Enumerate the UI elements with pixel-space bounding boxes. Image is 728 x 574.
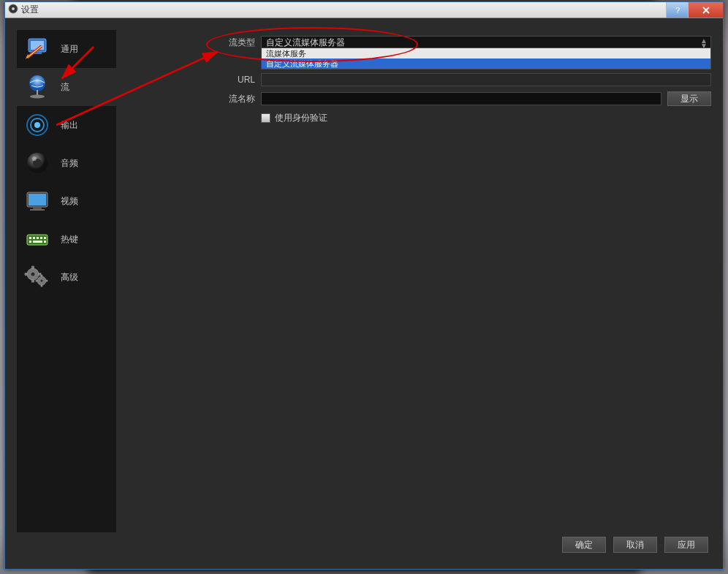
svg-rect-36 [39, 273, 41, 276]
dropdown-option-selected[interactable]: 自定义流媒体服务器 [262, 58, 710, 69]
window-title: 设置 [21, 4, 39, 16]
titlebar: 设置 ? [5, 2, 723, 18]
stream-icon [21, 71, 53, 103]
settings-window: 设置 ? [4, 1, 724, 570]
sidebar-item-stream[interactable]: 流 [17, 68, 116, 106]
use-auth-label: 使用身份验证 [275, 112, 327, 124]
help-button[interactable]: ? [666, 2, 688, 18]
svg-point-15 [32, 156, 37, 161]
general-icon [21, 33, 53, 65]
show-button[interactable]: 显示 [667, 91, 711, 106]
svg-rect-18 [33, 207, 42, 209]
svg-point-32 [40, 279, 43, 282]
ok-button[interactable]: 确定 [562, 537, 606, 553]
sidebar-item-output[interactable]: 输出 [17, 106, 116, 144]
svg-rect-38 [41, 285, 42, 287]
settings-sidebar: 通用 流 [17, 30, 116, 532]
stream-type-value: 自定义流媒体服务器 [266, 37, 345, 49]
cancel-button[interactable]: 取消 [613, 537, 657, 553]
svg-rect-40 [46, 280, 48, 282]
svg-rect-33 [32, 266, 34, 268]
svg-rect-37 [41, 275, 42, 276]
advanced-icon [21, 261, 53, 293]
svg-rect-17 [29, 194, 46, 205]
use-auth-checkbox[interactable] [261, 113, 270, 123]
svg-rect-28 [44, 241, 46, 243]
stream-key-label: 流名称 [122, 93, 261, 105]
audio-icon [21, 147, 53, 179]
svg-rect-26 [29, 241, 31, 243]
chevron-updown-icon: ▲▼ [700, 38, 708, 48]
sidebar-item-audio[interactable]: 音频 [17, 144, 116, 182]
close-button[interactable] [688, 2, 723, 18]
svg-rect-27 [33, 241, 42, 243]
svg-point-9 [30, 95, 45, 99]
url-label: URL [122, 75, 261, 85]
svg-rect-8 [37, 90, 38, 95]
apply-button[interactable]: 应用 [664, 537, 708, 553]
sidebar-item-label: 流 [61, 81, 69, 94]
sidebar-item-video[interactable]: 视频 [17, 182, 116, 220]
svg-rect-23 [37, 237, 39, 239]
dialog-footer: 确定 取消 应用 [17, 532, 711, 557]
stream-type-dropdown[interactable]: 流媒体服务 自定义流媒体服务器 [261, 48, 711, 69]
sidebar-item-label: 高级 [61, 271, 78, 284]
svg-point-1 [12, 7, 15, 10]
svg-rect-35 [25, 273, 27, 276]
svg-point-30 [31, 272, 35, 276]
sidebar-item-label: 通用 [61, 43, 78, 56]
svg-point-7 [29, 75, 45, 91]
svg-rect-34 [32, 280, 34, 282]
sidebar-item-general[interactable]: 通用 [17, 30, 116, 68]
hotkeys-icon [21, 223, 53, 255]
stream-key-input[interactable] [261, 92, 661, 105]
dropdown-option[interactable]: 流媒体服务 [262, 48, 710, 58]
svg-rect-24 [40, 237, 42, 239]
app-icon [8, 4, 18, 16]
sidebar-item-advanced[interactable]: 高级 [17, 258, 116, 296]
sidebar-item-label: 视频 [61, 195, 78, 208]
sidebar-item-label: 热键 [61, 233, 78, 246]
svg-rect-20 [27, 235, 48, 245]
svg-text:?: ? [675, 7, 679, 14]
svg-rect-21 [29, 237, 31, 239]
svg-rect-25 [44, 237, 46, 239]
url-input[interactable] [261, 73, 711, 86]
svg-point-12 [34, 122, 40, 128]
svg-rect-22 [33, 237, 35, 239]
client-area: 通用 流 [5, 18, 723, 569]
svg-rect-39 [36, 280, 37, 282]
stream-type-label: 流类型 [122, 37, 261, 49]
sidebar-item-label: 输出 [61, 119, 78, 132]
sidebar-item-label: 音频 [61, 157, 78, 170]
main-panel: 流类型 自定义流媒体服务器 ▲▼ 流媒体服务 自定义流媒体服务器 URL [122, 30, 711, 532]
sidebar-item-hotkeys[interactable]: 热键 [17, 220, 116, 258]
video-icon [21, 185, 53, 217]
output-icon [21, 109, 53, 141]
svg-rect-19 [30, 209, 45, 211]
